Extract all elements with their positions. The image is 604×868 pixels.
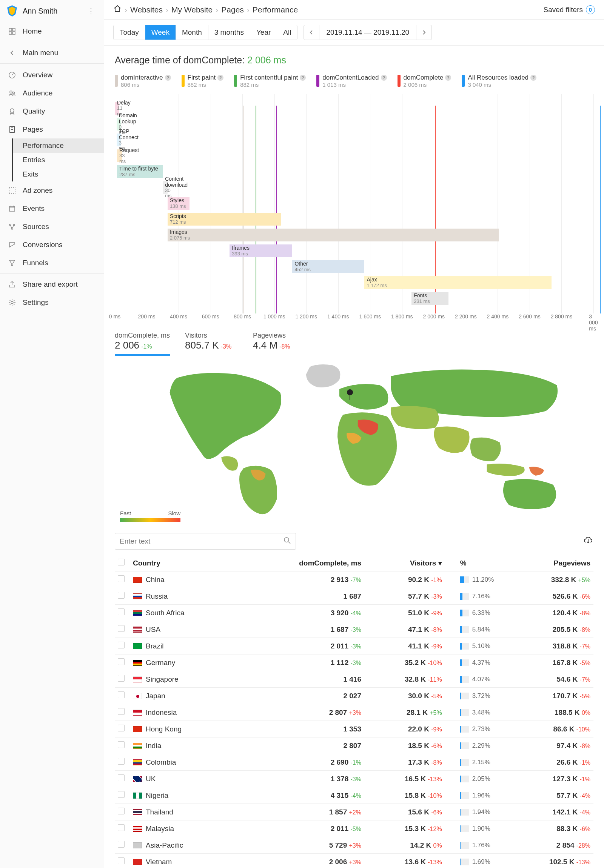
- legend-All Resources loaded[interactable]: All Resources loaded ?3 040 ms: [462, 74, 536, 88]
- range-tab-year[interactable]: Year: [250, 25, 277, 40]
- nav-overview[interactable]: Overview: [0, 66, 104, 84]
- nav-funnels[interactable]: Funnels: [0, 254, 104, 272]
- nav-sources[interactable]: Sources: [0, 218, 104, 236]
- subnav-performance[interactable]: Performance: [13, 138, 104, 153]
- crumb-0[interactable]: Websites: [130, 5, 163, 14]
- metric-pageviews[interactable]: Pageviews4.4 M-8%: [253, 332, 306, 356]
- range-tab-all[interactable]: All: [277, 25, 297, 40]
- nav-audience[interactable]: Audience: [0, 84, 104, 102]
- row-checkbox[interactable]: [118, 592, 124, 599]
- row-checkbox[interactable]: [118, 625, 124, 632]
- metric-domcomplete[interactable]: domComplete, ms2 006-1%: [115, 332, 170, 356]
- subnav-exits[interactable]: Exits: [13, 167, 104, 181]
- subnav-entries[interactable]: Entries: [13, 153, 104, 167]
- select-all-checkbox[interactable]: [118, 559, 124, 566]
- legend-First paint[interactable]: First paint ?882 ms: [182, 74, 224, 88]
- row-checkbox[interactable]: [118, 708, 124, 715]
- table-row[interactable]: Brazil2 011 -3%41.1 K -9%5.10%318.8 K -7…: [115, 638, 593, 654]
- home-icon[interactable]: [113, 5, 121, 15]
- legend-domInteractive[interactable]: domInteractive ?806 ms: [115, 74, 171, 88]
- row-checkbox[interactable]: [118, 841, 124, 848]
- table-row[interactable]: India2 807 18.5 K -6%2.29%97.4 K -8%: [115, 738, 593, 754]
- range-tab-3-months[interactable]: 3 months: [208, 25, 250, 40]
- col-pageviews[interactable]: Pageviews: [505, 555, 593, 572]
- row-checkbox[interactable]: [118, 658, 124, 665]
- row-checkbox[interactable]: [118, 642, 124, 648]
- row-checkbox[interactable]: [118, 791, 124, 798]
- range-tab-today[interactable]: Today: [113, 25, 145, 40]
- timing-bar-scripts[interactable]: Scripts712 ms: [168, 213, 281, 226]
- table-row[interactable]: UK1 378 -3%16.5 K -13%2.05%127.3 K -1%: [115, 771, 593, 787]
- nav-home[interactable]: Home: [0, 22, 104, 40]
- row-checkbox[interactable]: [118, 575, 124, 582]
- col-country[interactable]: Country: [130, 555, 237, 572]
- crumb-3[interactable]: Performance: [253, 5, 298, 14]
- timing-bar-images[interactable]: Images2 075 ms: [168, 229, 499, 242]
- timing-bar-content-download[interactable]: Content download30 ms: [163, 181, 168, 194]
- table-row[interactable]: Thailand1 857 +2%15.6 K -6%1.94%142.1 K …: [115, 804, 593, 820]
- row-checkbox[interactable]: [118, 808, 124, 814]
- timing-bar-styles[interactable]: Styles138 ms: [168, 197, 189, 210]
- table-row[interactable]: Indonesia2 807 +3%28.1 K +5%3.48%188.5 K…: [115, 704, 593, 721]
- table-row[interactable]: Japan2 027 30.0 K -5%3.72%170.7 K -5%: [115, 688, 593, 704]
- row-checkbox[interactable]: [118, 608, 124, 615]
- col-domcompletems[interactable]: domComplete, ms: [237, 555, 364, 572]
- legend-domComplete[interactable]: domComplete ?2 006 ms: [397, 74, 452, 88]
- timing-bar-iframes[interactable]: Iframes393 ms: [230, 245, 292, 257]
- range-tab-month[interactable]: Month: [176, 25, 208, 40]
- help-icon[interactable]: ?: [300, 75, 306, 81]
- table-row[interactable]: Asia-Pacific5 729 +3%14.2 K 0%1.76%2 854…: [115, 837, 593, 854]
- table-row[interactable]: Colombia2 690 -1%17.3 K -8%2.15%26.6 K -…: [115, 754, 593, 771]
- row-checkbox[interactable]: [118, 691, 124, 698]
- nav-quality[interactable]: Quality: [0, 102, 104, 120]
- table-row[interactable]: South Africa3 920 -4%51.0 K -9%6.33%120.…: [115, 605, 593, 621]
- world-map[interactable]: FastSlow: [115, 360, 593, 525]
- help-icon[interactable]: ?: [381, 75, 387, 81]
- table-row[interactable]: USA1 687 -3%47.1 K -8%5.84%205.5 K -8%: [115, 621, 593, 638]
- row-checkbox[interactable]: [118, 775, 124, 781]
- timing-bar-ajax[interactable]: Ajax1 172 ms: [364, 276, 551, 289]
- search-input[interactable]: [120, 533, 284, 549]
- date-prev[interactable]: [304, 27, 319, 38]
- table-row[interactable]: Nigeria4 315 -4%15.8 K -10%1.96%57.7 K -…: [115, 787, 593, 804]
- nav-settings[interactable]: Settings: [0, 293, 104, 312]
- date-range-text[interactable]: 2019.11.14 — 2019.11.20: [319, 25, 416, 40]
- range-tab-week[interactable]: Week: [145, 25, 176, 40]
- nav-events[interactable]: Events: [0, 200, 104, 218]
- nav-pages[interactable]: Pages: [0, 120, 104, 138]
- table-row[interactable]: Russia1 687 57.7 K -3%7.16%526.6 K -6%: [115, 588, 593, 605]
- timing-bar-other[interactable]: Other452 ms: [292, 260, 364, 273]
- crumb-1[interactable]: My Website: [171, 5, 213, 14]
- nav-conversions[interactable]: Conversions: [0, 236, 104, 254]
- timing-bar-request[interactable]: Request33 ms: [117, 149, 122, 162]
- download-icon[interactable]: [583, 535, 593, 547]
- help-icon[interactable]: ?: [530, 75, 536, 81]
- legend-First contentful paint[interactable]: First contentful paint ?882 ms: [234, 74, 306, 88]
- row-checkbox[interactable]: [118, 725, 124, 732]
- legend-domContentLoaded[interactable]: domContentLoaded ?1 013 ms: [316, 74, 387, 88]
- row-checkbox[interactable]: [118, 741, 124, 748]
- table-row[interactable]: Germany1 112 -3%35.2 K -10%4.37%167.8 K …: [115, 654, 593, 671]
- help-icon[interactable]: ?: [165, 75, 171, 81]
- nav-main-menu[interactable]: Main menu: [0, 44, 104, 64]
- table-row[interactable]: Hong Kong1 353 22.0 K -9%2.73%86.6 K -10…: [115, 721, 593, 738]
- timing-bar-tcp-connect[interactable]: TCP Connect3 ms: [116, 133, 121, 146]
- crumb-2[interactable]: Pages: [221, 5, 244, 14]
- date-next[interactable]: [416, 27, 432, 38]
- table-row[interactable]: Vietnam2 006 +3%13.6 K -13%1.69%102.5 K …: [115, 854, 593, 868]
- help-icon[interactable]: ?: [445, 75, 451, 81]
- user-profile[interactable]: Ann Smith ⋮: [0, 0, 104, 22]
- country-search[interactable]: [115, 533, 296, 550]
- row-checkbox[interactable]: [118, 675, 124, 682]
- col-[interactable]: %: [445, 555, 505, 572]
- timing-bar-fonts[interactable]: Fonts231 ms: [411, 292, 449, 305]
- nav-share[interactable]: Share and export: [0, 275, 104, 293]
- table-row[interactable]: Malaysia2 011 -5%15.3 K -12%1.90%88.3 K …: [115, 820, 593, 837]
- table-row[interactable]: China2 913 -7%90.2 K -1%11.20%332.8 K +5…: [115, 572, 593, 588]
- help-icon[interactable]: ?: [217, 75, 224, 81]
- row-checkbox[interactable]: [118, 824, 124, 831]
- row-checkbox[interactable]: [118, 857, 124, 864]
- nav-adzones[interactable]: Ad zones: [0, 181, 104, 200]
- row-checkbox[interactable]: [118, 758, 124, 765]
- metric-visitors[interactable]: Visitors805.7 K-3%: [185, 332, 238, 356]
